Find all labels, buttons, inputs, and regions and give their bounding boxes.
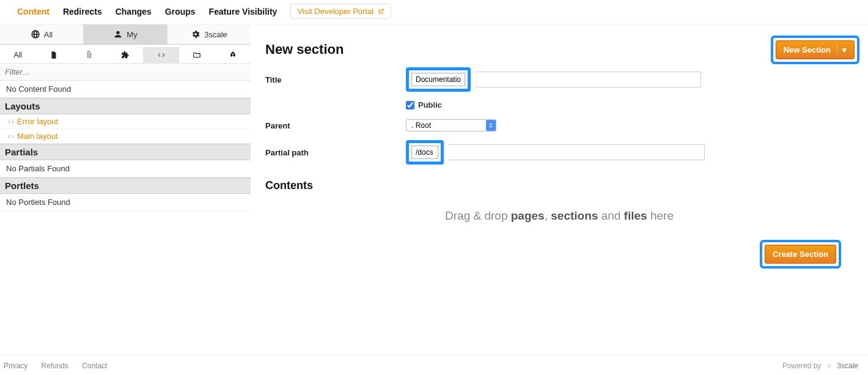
public-row: Public <box>406 100 853 110</box>
code-icon <box>7 118 15 125</box>
type-tab-rocket[interactable] <box>215 47 251 63</box>
title-row: Title <box>265 67 853 92</box>
powered-by-label: Powered by <box>782 362 821 370</box>
no-content-msg: No Content Found <box>0 81 251 98</box>
nav-content[interactable]: Content <box>17 7 50 17</box>
footer-links: Privacy Refunds Contact <box>4 362 107 370</box>
dropzone[interactable]: Drag & drop pages, sections and files he… <box>265 209 853 223</box>
type-tab-plugin[interactable] <box>108 47 144 63</box>
folder-icon <box>193 51 201 59</box>
visit-portal-label: Visit Developer Portal <box>297 7 373 16</box>
no-portlets-msg: No Portlets Found <box>0 194 251 211</box>
page-icon <box>50 51 58 59</box>
content-pane: New Section ▾ New section Title Public P… <box>251 24 868 281</box>
layouts-header: Layouts <box>0 98 251 114</box>
partial-path-input[interactable] <box>411 146 438 159</box>
scope-tab-3scale[interactable]: 3scale <box>167 24 251 44</box>
layout-error[interactable]: Error layout <box>0 114 251 129</box>
public-label: Public <box>418 100 442 110</box>
scope-tab-my[interactable]: My <box>84 24 167 44</box>
partial-path-input-ext[interactable] <box>448 144 705 160</box>
parent-label: Parent <box>265 121 406 130</box>
title-input[interactable] <box>411 73 465 86</box>
code-icon <box>7 133 15 140</box>
title-label: Title <box>265 75 406 84</box>
dropzone-pages: pages <box>511 209 545 222</box>
new-section-highlight: New Section ▾ <box>771 35 859 64</box>
create-section-button[interactable]: Create Section <box>765 245 836 264</box>
partials-header: Partials <box>0 144 251 160</box>
create-section-highlight: Create Section <box>760 240 841 269</box>
dropzone-sep2: and <box>598 209 623 222</box>
scope-my-label: My <box>127 30 137 39</box>
globe-icon <box>31 29 40 39</box>
sidebar: All My 3scale All <box>0 24 251 281</box>
contents-header: Contents <box>265 179 853 192</box>
page-title: New section <box>265 42 853 58</box>
type-tab-all[interactable]: All <box>0 47 36 63</box>
threescale-logo-icon <box>825 362 833 370</box>
code-icon <box>157 51 166 59</box>
scope-all-label: All <box>44 30 53 39</box>
brand-label: 3scale <box>837 362 858 370</box>
footer-contact[interactable]: Contact <box>82 362 107 370</box>
partial-path-highlight <box>406 140 444 165</box>
public-checkbox[interactable] <box>406 101 414 110</box>
external-link-icon <box>377 8 384 15</box>
svg-point-0 <box>828 365 831 368</box>
main-area: All My 3scale All <box>0 24 868 281</box>
parent-select[interactable]: . Root <box>406 119 496 132</box>
nav-groups[interactable]: Groups <box>165 7 196 17</box>
filter-input[interactable] <box>0 63 251 81</box>
select-arrows-icon <box>486 120 496 131</box>
type-tabs: All <box>0 45 251 63</box>
new-section-button[interactable]: New Section ▾ <box>776 40 855 59</box>
title-input-ext[interactable] <box>475 72 701 87</box>
partial-path-row: Partial path <box>265 140 853 165</box>
footer-brand: Powered by 3scale <box>782 362 858 370</box>
user-icon <box>113 29 123 39</box>
type-tab-code[interactable] <box>143 47 179 63</box>
title-highlight <box>406 67 471 92</box>
portlets-header: Portlets <box>0 177 251 194</box>
gear-icon <box>191 29 200 39</box>
dropdown-caret-icon[interactable]: ▾ <box>837 45 847 54</box>
partial-path-label: Partial path <box>265 148 406 157</box>
nav-feature-visibility[interactable]: Feature Visibility <box>209 7 278 17</box>
type-tab-folder[interactable] <box>179 47 215 63</box>
dropzone-prefix: Drag & drop <box>445 209 511 222</box>
layout-main[interactable]: Main layout <box>0 129 251 144</box>
layout-main-label: Main layout <box>17 132 57 141</box>
type-tab-attachment[interactable] <box>72 47 108 63</box>
footer-privacy[interactable]: Privacy <box>4 362 28 370</box>
layout-error-label: Error layout <box>17 117 58 126</box>
nav-changes[interactable]: Changes <box>116 7 152 17</box>
dropzone-sections: sections <box>551 209 598 222</box>
dropzone-sep1: , <box>545 209 551 222</box>
paperclip-icon <box>85 51 94 59</box>
scope-3scale-label: 3scale <box>204 30 227 39</box>
dropzone-suffix: here <box>647 209 674 222</box>
puzzle-icon <box>121 51 130 59</box>
create-section-label: Create Section <box>773 250 828 259</box>
footer: Privacy Refunds Contact Powered by 3scal… <box>0 355 868 375</box>
parent-row: Parent . Root <box>265 119 853 132</box>
dropzone-files: files <box>624 209 647 222</box>
type-tab-page[interactable] <box>36 47 72 63</box>
scope-tab-all[interactable]: All <box>0 24 84 44</box>
new-section-label: New Section <box>784 45 831 54</box>
visit-developer-portal-button[interactable]: Visit Developer Portal <box>290 4 391 19</box>
scope-tabs: All My 3scale <box>0 24 251 45</box>
top-nav: Content Redirects Changes Groups Feature… <box>0 0 868 24</box>
nav-redirects[interactable]: Redirects <box>63 7 102 17</box>
rocket-icon <box>229 51 237 59</box>
no-partials-msg: No Partials Found <box>0 160 251 177</box>
footer-refunds[interactable]: Refunds <box>41 362 68 370</box>
